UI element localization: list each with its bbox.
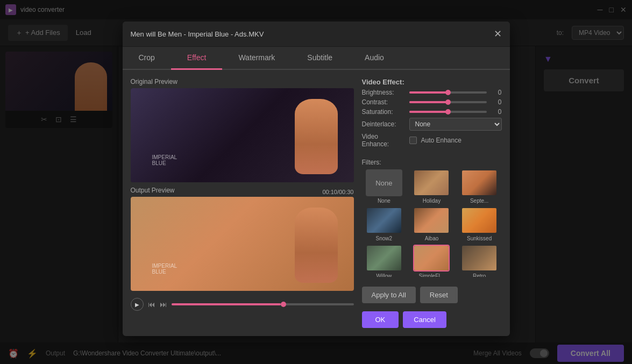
- modal-dialog: Men will Be Men - Imperial Blue - Ads.MK…: [123, 22, 510, 336]
- auto-enhance-label: Auto Enhance: [421, 137, 461, 144]
- video-effects-section: Video Effect: Brightness: 0: [362, 78, 502, 153]
- filter-snow2[interactable]: Snow2: [362, 207, 407, 241]
- filter-simple[interactable]: SimpleEl...: [409, 245, 454, 277]
- filter-sunkissed-thumb: [461, 207, 498, 234]
- filter-willow[interactable]: Willow: [362, 245, 407, 277]
- filter-simple-thumb: [413, 245, 450, 272]
- filter-sept-thumb: [461, 169, 498, 196]
- filter-retro-thumb: [461, 245, 498, 272]
- tab-watermark[interactable]: Watermark: [222, 47, 291, 70]
- reset-button[interactable]: Reset: [420, 287, 458, 303]
- brightness-value: 0: [491, 89, 502, 96]
- saturation-slider[interactable]: [409, 110, 487, 113]
- cancel-button[interactable]: Cancel: [403, 311, 446, 328]
- prev-frame-button[interactable]: ⏮: [148, 300, 155, 309]
- filter-sunkissed[interactable]: Sunkissed: [457, 207, 502, 241]
- filter-none-label: None: [378, 198, 390, 204]
- preview-timestamp: 00:10/00:30: [322, 189, 353, 195]
- contrast-fill: [409, 101, 448, 103]
- modal-close-button[interactable]: ✕: [494, 28, 502, 40]
- modal-confirm-actions: OK Cancel: [362, 311, 502, 328]
- original-preview-box: IMPERIALBLUE: [131, 88, 354, 182]
- enhance-label: Video Enhance:: [362, 133, 405, 148]
- effects-panel: Video Effect: Brightness: 0: [362, 78, 502, 328]
- video-effect-title: Video Effect:: [362, 78, 502, 86]
- deinterlace-label: Deinterlace:: [362, 120, 405, 128]
- original-preview-label: Original Preview: [131, 78, 354, 85]
- output-video-bg: IMPERIALBLUE: [131, 197, 354, 291]
- filters-section: Filters: None None: [362, 159, 502, 277]
- tab-audio[interactable]: Audio: [349, 47, 400, 70]
- filter-holiday-label: Holiday: [423, 198, 441, 204]
- preview-watermark: IMPERIALBLUE: [152, 154, 177, 166]
- output-preview-box: IMPERIALBLUE: [131, 197, 354, 291]
- preview-person-original: [295, 99, 338, 174]
- apply-to-all-button[interactable]: Apply to All: [362, 287, 416, 303]
- output-preview-label: Output Preview: [131, 187, 175, 194]
- contrast-thumb: [445, 99, 451, 105]
- filter-simple-label: SimpleEl...: [419, 273, 445, 277]
- filter-holiday-thumb: [413, 169, 450, 196]
- output-preview-section: Output Preview 00:10/00:30 IMPERIALBLUE: [131, 187, 354, 291]
- contrast-slider[interactable]: [409, 101, 487, 104]
- tab-effect[interactable]: Effect: [171, 47, 223, 70]
- original-preview-section: Original Preview IMPERIALBLUE: [131, 78, 354, 182]
- modal-header: Men will Be Men - Imperial Blue - Ads.MK…: [123, 22, 510, 47]
- filter-holiday[interactable]: Holiday: [409, 169, 454, 204]
- filter-actions: Apply to All Reset: [362, 287, 502, 303]
- ok-button[interactable]: OK: [362, 311, 399, 328]
- contrast-row: Contrast: 0: [362, 98, 502, 106]
- filter-none-thumb: None: [366, 169, 402, 196]
- filter-retro[interactable]: Retro: [457, 245, 502, 277]
- output-watermark: IMPERIALBLUE: [152, 263, 177, 275]
- modal-overlay: Men will Be Men - Imperial Blue - Ads.MK…: [0, 0, 632, 364]
- filter-retro-label: Retro: [473, 273, 486, 277]
- modal-body: Original Preview IMPERIALBLUE Output Pre…: [123, 70, 510, 336]
- brightness-fill: [409, 91, 448, 94]
- tab-crop[interactable]: Crop: [123, 47, 171, 70]
- none-label: None: [375, 179, 392, 187]
- saturation-label: Saturation:: [362, 108, 405, 116]
- playback-controls: ▶ ⏮ ⏭: [131, 298, 354, 311]
- brightness-label: Brightness:: [362, 89, 405, 96]
- enhance-row: Video Enhance: Auto Enhance: [362, 133, 502, 148]
- saturation-value: 0: [491, 108, 502, 116]
- contrast-value: 0: [491, 98, 502, 106]
- deinterlace-select[interactable]: None Yadif Yadif2x: [409, 118, 502, 131]
- filter-aibao-thumb: [413, 207, 450, 234]
- play-button[interactable]: ▶: [131, 298, 144, 311]
- contrast-label: Contrast:: [362, 98, 405, 106]
- saturation-fill: [409, 111, 448, 113]
- filter-willow-thumb: [366, 245, 402, 272]
- brightness-row: Brightness: 0: [362, 89, 502, 96]
- filter-willow-label: Willow: [376, 273, 392, 277]
- auto-enhance-checkbox[interactable]: [409, 137, 417, 144]
- filter-september[interactable]: Septe...: [457, 169, 502, 204]
- filter-none[interactable]: None None: [362, 169, 407, 204]
- filter-aibao-label: Aibao: [425, 235, 439, 241]
- brightness-slider[interactable]: [409, 91, 487, 94]
- preview-person-output: [295, 208, 338, 283]
- saturation-thumb: [445, 109, 451, 115]
- saturation-row: Saturation: 0: [362, 108, 502, 116]
- filters-grid: None None Holiday: [362, 169, 502, 277]
- progress-bar[interactable]: [172, 303, 354, 305]
- next-frame-button[interactable]: ⏭: [160, 300, 167, 309]
- preview-section: Original Preview IMPERIALBLUE Output Pre…: [131, 78, 354, 328]
- filter-aibao[interactable]: Aibao: [409, 207, 454, 241]
- filter-sunkissed-label: Sunkissed: [467, 235, 492, 241]
- filter-snow2-label: Snow2: [376, 235, 393, 241]
- progress-thumb: [281, 302, 286, 307]
- progress-fill: [172, 303, 281, 305]
- filter-sept-label: Septe...: [470, 198, 488, 204]
- filter-snow2-thumb: [366, 207, 402, 234]
- filters-label: Filters:: [362, 159, 502, 166]
- brightness-thumb: [445, 90, 451, 95]
- original-video-bg: IMPERIALBLUE: [131, 88, 354, 182]
- modal-title: Men will Be Men - Imperial Blue - Ads.MK…: [131, 30, 264, 38]
- modal-tabs: Crop Effect Watermark Subtitle Audio: [123, 47, 510, 70]
- tab-subtitle[interactable]: Subtitle: [291, 47, 349, 70]
- deinterlace-row: Deinterlace: None Yadif Yadif2x: [362, 118, 502, 131]
